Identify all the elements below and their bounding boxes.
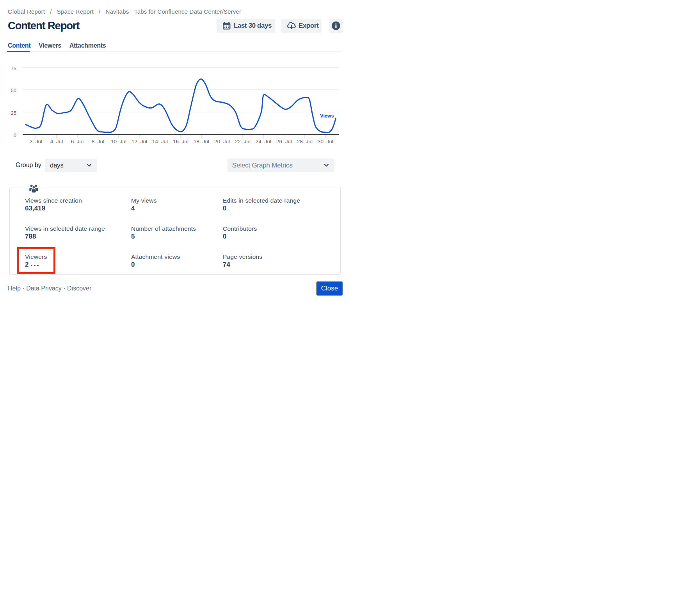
svg-text:12. Jul: 12. Jul bbox=[131, 139, 147, 144]
svg-text:22. Jul: 22. Jul bbox=[235, 139, 251, 144]
svg-text:75: 75 bbox=[11, 66, 16, 71]
svg-text:14. Jul: 14. Jul bbox=[152, 139, 168, 144]
svg-text:24. Jul: 24. Jul bbox=[256, 139, 271, 144]
svg-text:28. Jul: 28. Jul bbox=[297, 139, 313, 144]
svg-text:16. Jul: 16. Jul bbox=[173, 139, 188, 144]
svg-text:30. Jul: 30. Jul bbox=[318, 139, 333, 144]
svg-text:25: 25 bbox=[11, 110, 16, 116]
svg-text:50: 50 bbox=[11, 87, 16, 93]
svg-text:2. Jul: 2. Jul bbox=[30, 139, 42, 144]
svg-text:18. Jul: 18. Jul bbox=[194, 139, 209, 144]
svg-text:6. Jul: 6. Jul bbox=[71, 139, 84, 144]
svg-text:10. Jul: 10. Jul bbox=[111, 139, 126, 144]
svg-text:8. Jul: 8. Jul bbox=[92, 139, 104, 144]
svg-text:0: 0 bbox=[14, 132, 16, 138]
svg-text:26. Jul: 26. Jul bbox=[276, 139, 292, 144]
svg-text:4. Jul: 4. Jul bbox=[50, 139, 63, 144]
svg-text:Views: Views bbox=[320, 113, 334, 119]
svg-text:20. Jul: 20. Jul bbox=[214, 139, 230, 144]
